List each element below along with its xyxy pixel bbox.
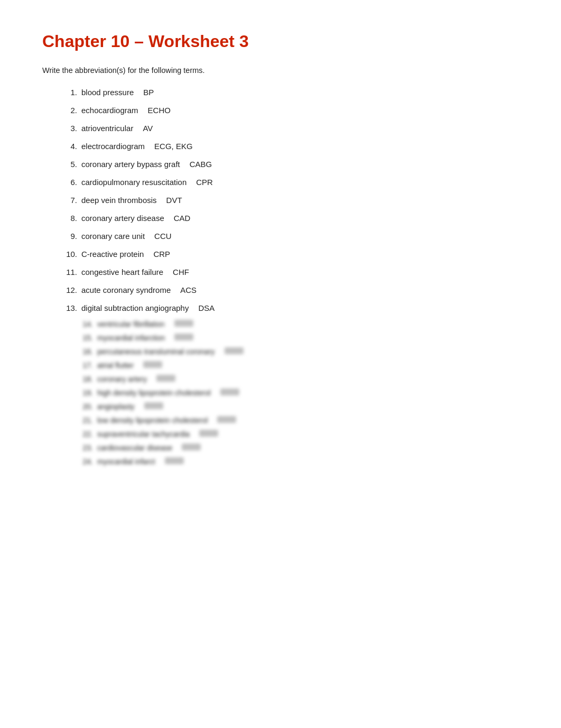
blurred-item-number: 18. xyxy=(74,375,93,383)
item-abbreviation: AV xyxy=(143,122,153,135)
list-item: 2.echocardiogramECHO xyxy=(58,104,519,117)
item-abbreviation: CPR xyxy=(196,176,213,189)
blurred-list-item: 17.atrial flutter xyxy=(74,361,519,370)
item-term: electrocardiogram xyxy=(81,140,145,153)
item-term: coronary artery bypass graft xyxy=(81,158,180,171)
item-abbreviation: CABG xyxy=(190,158,212,171)
blurred-item-number: 16. xyxy=(74,347,93,356)
list-item: 1.blood pressureBP xyxy=(58,86,519,99)
item-number: 3. xyxy=(58,122,77,135)
blurred-list-item: 20.angioplasty xyxy=(74,402,519,411)
blurred-item-term: myocardial infarction xyxy=(97,334,165,342)
item-abbreviation: DVT xyxy=(166,194,182,207)
blurred-list-item: 14.ventricular fibrillation xyxy=(74,320,519,328)
item-term: C-reactive protein xyxy=(81,248,144,261)
blurred-item-number: 15. xyxy=(74,334,93,342)
item-term: coronary care unit xyxy=(81,230,145,243)
instructions-text: Write the abbreviation(s) for the follow… xyxy=(42,66,519,75)
item-term: echocardiogram xyxy=(81,104,138,117)
item-term: cardiopulmonary resuscitation xyxy=(81,176,186,189)
list-item: 8.coronary artery diseaseCAD xyxy=(58,212,519,225)
item-abbreviation: CHF xyxy=(173,266,189,279)
item-number: 1. xyxy=(58,86,77,99)
item-abbreviation: DSA xyxy=(198,302,214,315)
item-number: 2. xyxy=(58,104,77,117)
item-term: atrioventricular xyxy=(81,122,133,135)
blurred-item-number: 24. xyxy=(74,457,93,466)
blurred-item-term: high density lipoprotein cholesterol xyxy=(97,389,211,397)
blurred-item-abbreviation xyxy=(144,402,163,409)
blurred-item-number: 19. xyxy=(74,389,93,397)
item-abbreviation: CRP xyxy=(153,248,170,261)
list-item: 3.atrioventricularAV xyxy=(58,122,519,135)
item-term: blood pressure xyxy=(81,86,134,99)
blurred-item-abbreviation xyxy=(220,389,239,395)
blurred-item-abbreviation xyxy=(156,375,175,382)
blurred-list-item: 18.coronary artery xyxy=(74,375,519,383)
blurred-item-abbreviation xyxy=(217,416,236,423)
list-item: 9.coronary care unitCCU xyxy=(58,230,519,243)
list-item: 11.congestive heart failureCHF xyxy=(58,266,519,279)
item-term: coronary artery disease xyxy=(81,212,164,225)
item-number: 7. xyxy=(58,194,77,207)
blurred-item-abbreviation xyxy=(143,361,162,368)
item-number: 13. xyxy=(58,302,77,315)
blurred-item-term: supraventricular tachycardia xyxy=(97,430,190,438)
blurred-item-number: 21. xyxy=(74,416,93,425)
list-item: 10.C-reactive proteinCRP xyxy=(58,248,519,261)
blurred-list-item: 19.high density lipoprotein cholesterol xyxy=(74,389,519,397)
blurred-list-item: 23.cardiovascular disease xyxy=(74,444,519,452)
item-number: 4. xyxy=(58,140,77,153)
item-abbreviation: ECG, EKG xyxy=(154,140,193,153)
item-abbreviation: CAD xyxy=(174,212,191,225)
item-number: 6. xyxy=(58,176,77,189)
blurred-list-item: 22.supraventricular tachycardia xyxy=(74,430,519,438)
list-item: 6.cardiopulmonary resuscitationCPR xyxy=(58,176,519,189)
blurred-list-item: 21.low density lipoprotein cholesterol xyxy=(74,416,519,425)
blurred-item-term: atrial flutter xyxy=(97,361,134,370)
list-item: 7.deep vein thrombosisDVT xyxy=(58,194,519,207)
page-title: Chapter 10 – Worksheet 3 xyxy=(42,32,519,51)
blurred-item-term: myocardial infarct xyxy=(97,457,155,466)
blurred-item-term: coronary artery xyxy=(97,375,147,383)
blurred-list-item: 24.myocardial infarct xyxy=(74,457,519,466)
item-number: 12. xyxy=(58,284,77,297)
item-term: digital subtraction angiography xyxy=(81,302,189,315)
blurred-item-number: 14. xyxy=(74,320,93,328)
item-abbreviation: BP xyxy=(143,86,154,99)
blurred-item-term: percutaneous transluminal coronary xyxy=(97,347,215,356)
list-item: 4.electrocardiogramECG, EKG xyxy=(58,140,519,153)
item-term: acute coronary syndrome xyxy=(81,284,171,297)
item-abbreviation: ECHO xyxy=(148,104,171,117)
item-number: 9. xyxy=(58,230,77,243)
blurred-item-number: 17. xyxy=(74,361,93,370)
term-list: 1.blood pressureBP2.echocardiogramECHO3.… xyxy=(58,86,519,315)
item-abbreviation: CCU xyxy=(154,230,172,243)
blurred-item-abbreviation xyxy=(174,320,193,327)
list-item: 5.coronary artery bypass graftCABG xyxy=(58,158,519,171)
blurred-item-abbreviation xyxy=(165,457,184,464)
blurred-item-term: low density lipoprotein cholesterol xyxy=(97,416,208,425)
list-item: 13.digital subtraction angiographyDSA xyxy=(58,302,519,315)
blurred-items-section: 14.ventricular fibrillation15.myocardial… xyxy=(42,320,519,466)
item-number: 5. xyxy=(58,158,77,171)
blurred-item-term: angioplasty xyxy=(97,402,135,411)
item-abbreviation: ACS xyxy=(180,284,197,297)
blurred-item-number: 20. xyxy=(74,402,93,411)
blurred-item-number: 22. xyxy=(74,430,93,438)
blurred-item-abbreviation xyxy=(225,347,244,354)
blurred-item-abbreviation xyxy=(199,430,218,437)
blurred-item-abbreviation xyxy=(174,334,193,340)
blurred-item-term: ventricular fibrillation xyxy=(97,320,165,328)
blurred-item-abbreviation xyxy=(182,444,201,450)
list-item: 12.acute coronary syndromeACS xyxy=(58,284,519,297)
blurred-list-item: 15.myocardial infarction xyxy=(74,334,519,342)
item-term: deep vein thrombosis xyxy=(81,194,157,207)
blurred-item-term: cardiovascular disease xyxy=(97,444,172,452)
item-number: 10. xyxy=(58,248,77,261)
item-number: 11. xyxy=(58,266,77,279)
item-term: congestive heart failure xyxy=(81,266,163,279)
item-number: 8. xyxy=(58,212,77,225)
blurred-item-number: 23. xyxy=(74,444,93,452)
blurred-list-item: 16.percutaneous transluminal coronary xyxy=(74,347,519,356)
